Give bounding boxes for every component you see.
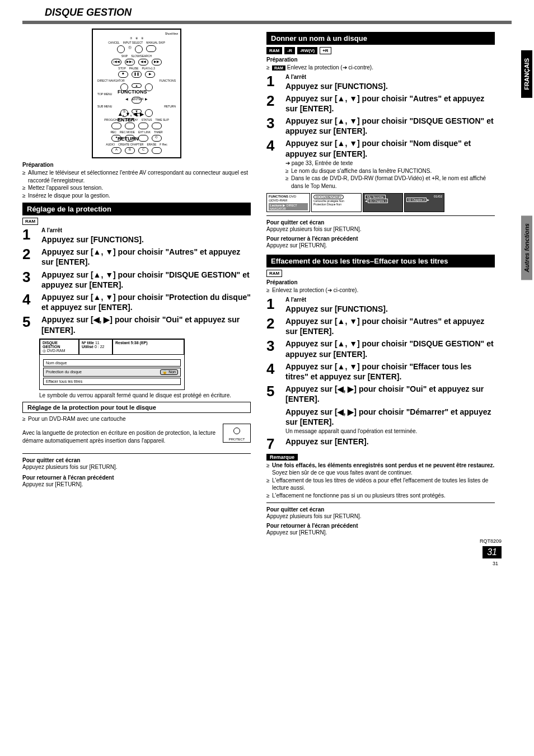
chip-ram: RAM bbox=[22, 218, 38, 225]
osd-title: DISQUE GESTION bbox=[43, 341, 60, 349]
osd-label: Nº title bbox=[82, 341, 94, 345]
step-text: Appuyez sur [ENTER]. bbox=[285, 436, 495, 447]
remote-label: F Rec bbox=[160, 143, 167, 146]
step-number: 4 bbox=[266, 361, 280, 382]
osd-strip: FUNCTIONS DVD ◎DVD-RAM Lecture ▶ DIRECT … bbox=[266, 193, 495, 212]
osd-media: DVD bbox=[289, 195, 297, 198]
prep-heading: Préparation bbox=[266, 57, 495, 63]
title-rule bbox=[22, 21, 512, 24]
osd-title: DOCUMENTARY bbox=[313, 195, 344, 199]
remote-label: MANUAL SKIP bbox=[146, 41, 165, 44]
osd-option: Effacer tous les titres bbox=[43, 378, 181, 385]
step-number: 7 bbox=[266, 436, 280, 451]
step-number: 5 bbox=[266, 384, 280, 404]
osd-ch: 01 Chapitre 1 bbox=[368, 199, 388, 203]
step-sub: Un message apparaît quand l'opération es… bbox=[285, 428, 495, 434]
remote-label: INPUT SELECT bbox=[123, 41, 143, 44]
step-text: Appuyez sur [▲, ▼] pour choisir "DISQUE … bbox=[41, 270, 251, 290]
remark-item: L'effacement ne fonctionne pas si un ou … bbox=[266, 492, 495, 500]
prep-item: Insérez le disque pour la gestion. bbox=[22, 192, 251, 200]
boxed-bullet: Pour un DVD-RAM avec une cartouche bbox=[22, 415, 251, 423]
step-number: 1 bbox=[266, 74, 280, 91]
step-text: Appuyez sur [FUNCTIONS]. bbox=[41, 234, 251, 245]
quit-heading: Pour quitter cet écran bbox=[266, 219, 495, 226]
step-number: 5 bbox=[22, 314, 36, 335]
section-name-bar: Donner un nom à un disque bbox=[266, 32, 495, 45]
remote-label: TIMER bbox=[154, 130, 163, 134]
step-number: 2 bbox=[266, 93, 280, 114]
remote-labelionic: PAUSE bbox=[129, 67, 139, 70]
step-text: Appuyez sur [FUNCTIONS]. bbox=[285, 304, 495, 314]
step-text: Appuyez sur [◀, ▶] pour choisir "Démarre… bbox=[285, 407, 495, 427]
remote-label: AUDIO bbox=[106, 143, 115, 146]
step-number: 3 bbox=[266, 116, 280, 136]
quit-text: Appuyez plusieurs fois sur [RETURN]. bbox=[266, 226, 495, 233]
step-number: 3 bbox=[22, 270, 36, 290]
divider bbox=[22, 453, 251, 454]
step-sub-bullet: Dans le cas de DVD-R, DVD-RW (format DVD… bbox=[285, 175, 495, 190]
quit-text: Appuyez plusieurs fois sur [RETURN]. bbox=[266, 513, 495, 520]
step-text: Appuyez sur [▲, ▼] pour choisir "Autres"… bbox=[41, 247, 251, 267]
remote-label: RETURN bbox=[164, 105, 176, 108]
step-number: 1 bbox=[266, 297, 280, 314]
chip-ram: RAM bbox=[266, 270, 282, 277]
return-button-icon bbox=[145, 109, 153, 117]
prep-list: Allumez le téléviseur et sélectionnez l'… bbox=[22, 169, 251, 199]
osd-option-selected: Protection du disque🔒 Non bbox=[43, 368, 181, 377]
step-text: Appuyez sur [▲, ▼] pour choisir "Protect… bbox=[41, 292, 251, 312]
right-column: Donner un nom à un disque RAM -R -RW(V) … bbox=[266, 29, 512, 536]
boxed-heading: Réglage de la protection pour tout le di… bbox=[22, 402, 251, 413]
step-text: Appuyez sur [FUNCTIONS]. bbox=[285, 81, 495, 91]
chip-rwv: -RW(V) bbox=[297, 47, 318, 54]
osd-label: Utilisé bbox=[82, 345, 93, 349]
remote-label: ShowView bbox=[95, 32, 178, 35]
chip-n: RAM bbox=[272, 65, 285, 71]
step-number: 1 bbox=[22, 227, 36, 245]
chip-ram: RAM bbox=[266, 47, 282, 54]
quit-text: Appuyez plusieurs fois sur [RETURN]. bbox=[22, 463, 251, 471]
osd-line: Protection Disque Non bbox=[313, 203, 359, 206]
page-number: 31 bbox=[483, 546, 502, 558]
left-column: ShowView ⑦⑧⑨ CANCELINPUT SELECTMANUAL SK… bbox=[22, 29, 251, 536]
step-kicker: A l'arrêt bbox=[41, 227, 251, 233]
callout-return: RETURN bbox=[118, 136, 139, 142]
prev-heading: Pour retourner à l'écran précédent bbox=[266, 236, 495, 242]
prep-heading: Préparation bbox=[266, 279, 495, 285]
page-title: DISQUE GESTION bbox=[22, 7, 512, 18]
prev-heading: Pour retourner à l'écran précédent bbox=[22, 475, 251, 481]
step-kicker: A l'arrêt bbox=[285, 74, 495, 80]
step-text: Appuyez sur [▲, ▼] pour choisir "DISQUE … bbox=[285, 339, 495, 359]
callout-arrows: ▲, ▼, ◀, ▶ENTER bbox=[118, 111, 144, 123]
osd-option: Nom disque bbox=[43, 359, 181, 367]
osd-label: Restant 5:38 (EP) bbox=[115, 341, 148, 345]
remarque-label: Remarque bbox=[266, 454, 298, 461]
prep-item: Allumez le téléviseur et sélectionnez l'… bbox=[22, 169, 251, 184]
lock-icon: 🔒 Non bbox=[160, 369, 178, 375]
step-text: Appuyez sur [◀, ▶] pour choisir "Oui" et… bbox=[41, 314, 251, 335]
prep-item: Enlevez la protection (➔ ci-contre). bbox=[266, 287, 495, 294]
steps-name: 1A l'arrêtAppuyez sur [FUNCTIONS]. 2Appu… bbox=[266, 74, 495, 191]
boxed-paragraph: Avec la languette de protection en écrit… bbox=[22, 429, 251, 444]
step-text: Appuyez sur [◀, ▶] pour choisir "Oui" et… bbox=[285, 384, 495, 404]
step-number bbox=[266, 407, 280, 434]
page-footer: RQT8209 31 31 bbox=[22, 542, 512, 558]
osd-media2: DVD-RAM bbox=[271, 199, 287, 202]
step-number: 4 bbox=[22, 292, 36, 312]
prep-item: RAM Enlevez la protection (➔ ci-contre). bbox=[266, 64, 495, 72]
remote-label: ERASE bbox=[147, 143, 156, 146]
step-text: Appuyez sur [▲, ▼] pour choisir "Autres"… bbox=[285, 93, 495, 114]
remote-label: EXT LINK bbox=[138, 130, 151, 134]
remark-item: Une fois effacés, les éléments enregistr… bbox=[266, 462, 495, 477]
prev-heading: Pour retourner à l'écran précédent bbox=[266, 523, 495, 529]
remark-item: L'effacement de tous les titres de vidéo… bbox=[266, 477, 495, 492]
doc-code: RQT8209 bbox=[480, 538, 502, 544]
prev-text: Appuyez sur [RETURN]. bbox=[266, 242, 495, 250]
osd-media: DVD-RAM bbox=[47, 349, 65, 353]
remote-label: SUB MENU bbox=[97, 105, 112, 108]
section-protection-bar: Réglage de la protection bbox=[22, 203, 251, 215]
side-tab-language: FRANÇAIS bbox=[521, 50, 532, 98]
remote-label: CANCEL bbox=[108, 41, 119, 44]
remote-label: SLOW/SEARCH bbox=[131, 54, 152, 58]
enter-button-icon: ENTER bbox=[132, 97, 142, 104]
remote-label: PLAY/x1.3 bbox=[142, 67, 154, 70]
